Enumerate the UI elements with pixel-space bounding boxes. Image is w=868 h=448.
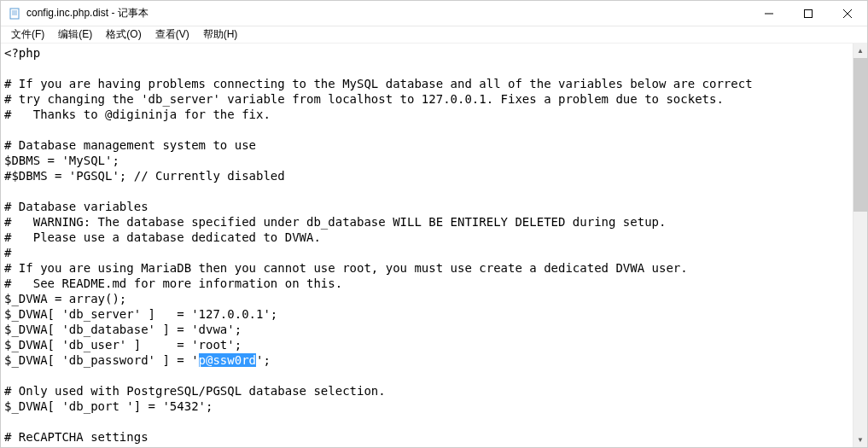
code-line: # If you are using MariaDB then you cann…	[4, 261, 688, 275]
code-line: # Please use a database dedicated to DVW…	[4, 230, 321, 244]
code-line: # Used for the 'Insecure CAPTCHA' module	[4, 445, 306, 447]
text-editor-area[interactable]: <?php # If you are having problems conne…	[1, 44, 853, 447]
code-line: $_DVWA = array();	[4, 292, 126, 305]
scroll-down-arrow-icon[interactable]: ▼	[853, 433, 867, 447]
code-line: # Only used with PostgreSQL/PGSQL databa…	[4, 384, 386, 398]
window-title: config.inc.php.dist - 记事本	[26, 6, 749, 20]
code-line: # If you are having problems connecting …	[4, 77, 753, 90]
code-line: # Thanks to @digininja for the fix.	[4, 108, 271, 121]
notepad-icon	[8, 7, 21, 20]
code-line: # Database management system to use	[4, 138, 256, 152]
scroll-up-arrow-icon[interactable]: ▲	[853, 44, 867, 58]
selected-text: p@ssw0rd	[199, 353, 256, 367]
minimize-button[interactable]	[749, 1, 789, 26]
code-line: # try changing the 'db_server' variable …	[4, 92, 724, 106]
maximize-button[interactable]	[789, 1, 828, 26]
menu-file[interactable]: 文件(F)	[4, 26, 51, 44]
scroll-thumb[interactable]	[853, 58, 867, 212]
code-line: $_DVWA[ 'db_server' ] = '127.0.0.1';	[4, 307, 277, 321]
code-line: #	[4, 246, 11, 259]
menu-format[interactable]: 格式(O)	[99, 26, 148, 44]
code-line: #$DBMS = 'PGSQL'; // Currently disabled	[4, 169, 285, 183]
code-line-prefix: $_DVWA[ 'db_password' ] = '	[4, 353, 199, 367]
svg-rect-5	[805, 9, 813, 17]
menu-edit[interactable]: 编辑(E)	[51, 26, 99, 44]
window-controls	[749, 1, 867, 26]
code-line-suffix: ';	[256, 353, 271, 367]
code-line: # WARNING: The database specified under …	[4, 215, 666, 229]
code-line: $_DVWA[ 'db_database' ] = 'dvwa';	[4, 323, 242, 336]
code-line: $_DVWA[ 'db_user' ] = 'root';	[4, 338, 242, 352]
vertical-scrollbar[interactable]: ▲ ▼	[853, 44, 867, 447]
titlebar: config.inc.php.dist - 记事本	[1, 1, 867, 26]
code-line: # ReCAPTCHA settings	[4, 430, 149, 444]
content-wrapper: <?php # If you are having problems conne…	[1, 44, 867, 447]
code-line: <?php	[4, 46, 40, 60]
menu-view[interactable]: 查看(V)	[149, 26, 196, 44]
code-line: # See README.md for more information on …	[4, 276, 342, 290]
close-button[interactable]	[828, 1, 867, 26]
code-line: $_DVWA[ 'db_port '] = '5432';	[4, 399, 213, 413]
code-line: $DBMS = 'MySQL';	[4, 154, 119, 167]
code-line: # Database variables	[4, 200, 149, 213]
menubar: 文件(F) 编辑(E) 格式(O) 查看(V) 帮助(H)	[1, 26, 867, 44]
menu-help[interactable]: 帮助(H)	[196, 26, 245, 44]
svg-rect-0	[10, 9, 19, 19]
